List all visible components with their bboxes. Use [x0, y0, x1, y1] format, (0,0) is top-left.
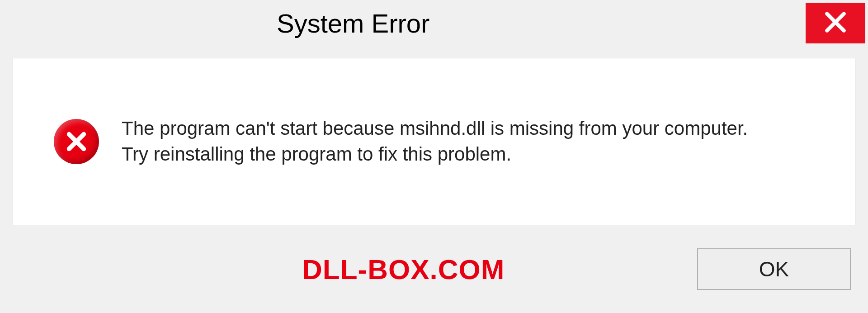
close-button[interactable] — [806, 3, 865, 43]
error-icon — [54, 119, 99, 164]
title-bar: System Error — [0, 0, 868, 45]
ok-button[interactable]: OK — [697, 248, 851, 290]
message-line-1: The program can't start because msihnd.d… — [122, 116, 837, 142]
footer: DLL-BOX.COM OK — [0, 244, 868, 294]
dialog-title: System Error — [277, 8, 429, 38]
content-panel: The program can't start because msihnd.d… — [13, 58, 855, 225]
close-icon — [823, 9, 848, 37]
watermark-text: DLL-BOX.COM — [302, 253, 505, 285]
ok-button-label: OK — [759, 257, 789, 281]
error-dialog-window: System Error The program can't start bec… — [0, 0, 868, 313]
message-block: The program can't start because msihnd.d… — [122, 116, 837, 167]
message-line-2: Try reinstalling the program to fix this… — [122, 142, 837, 167]
